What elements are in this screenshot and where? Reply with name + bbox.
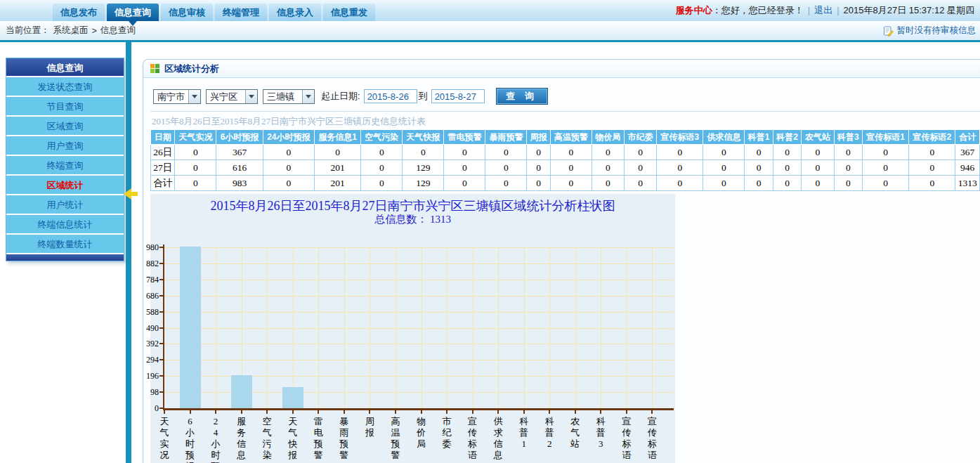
table-cell: 0 <box>527 176 550 191</box>
table-cell: 26日 <box>151 145 175 160</box>
y-axis-label: 490 <box>133 323 159 334</box>
gridline <box>216 247 216 408</box>
table-cell: 0 <box>773 176 801 191</box>
x-axis-tick <box>446 410 447 414</box>
table-header-cell: 供求信息 <box>703 130 745 145</box>
x-axis-tick <box>318 410 319 414</box>
table-cell: 0 <box>657 160 703 176</box>
x-axis-label: 周 报 <box>363 416 376 438</box>
table-header-cell: 周报 <box>527 130 550 145</box>
gridline <box>627 247 627 408</box>
city-select[interactable]: 南宁市 <box>153 89 201 104</box>
table-cell: 616 <box>216 160 263 176</box>
table-cell: 0 <box>175 145 216 160</box>
sidebar-item[interactable]: 区域统计 <box>6 176 124 195</box>
table-cell: 0 <box>550 160 592 176</box>
nav-tab[interactable]: 信息审核 <box>161 4 213 21</box>
x-axis-tick <box>164 410 165 414</box>
table-cell: 367 <box>216 145 263 160</box>
x-axis-tick <box>600 410 601 414</box>
table-cell: 367 <box>955 145 980 160</box>
table-header-cell: 宣传标语3 <box>657 130 703 145</box>
x-axis-tick <box>215 410 216 414</box>
table-cell: 0 <box>909 145 955 160</box>
table-header-cell: 暴雨预警 <box>485 130 527 145</box>
sidebar-collapse-arrow-icon[interactable] <box>124 188 139 200</box>
x-axis-label: 科 普 2 <box>543 416 556 450</box>
chart-bar <box>231 375 252 408</box>
breadcrumb-separator: > <box>92 26 97 36</box>
x-axis-label: 宣 传 标 语 2 <box>646 416 658 463</box>
town-select[interactable]: 三塘镇 <box>263 89 315 104</box>
breadcrumb-label: 当前位置： <box>6 25 50 37</box>
gridline <box>422 247 422 408</box>
y-axis-label: 392 <box>133 339 159 349</box>
nav-tab[interactable]: 信息录入 <box>269 4 321 21</box>
divider-line <box>0 40 980 42</box>
page-title: 区域统计分析 <box>164 63 219 75</box>
nav-tab[interactable]: 信息查询 <box>107 4 159 21</box>
sidebar-item[interactable]: 终端信息统计 <box>6 215 124 235</box>
chevron-down-icon <box>245 90 257 103</box>
x-axis-label: 高 温 预 警 <box>389 416 402 461</box>
sidebar-item[interactable]: 发送状态查询 <box>6 77 124 97</box>
table-cell: 0 <box>802 160 834 176</box>
nav-tab[interactable]: 信息重发 <box>323 4 375 21</box>
gridline <box>524 247 525 408</box>
district-select[interactable]: 兴宁区 <box>206 89 258 104</box>
divider-line <box>150 111 980 112</box>
logout-link[interactable]: 退出 <box>814 5 832 15</box>
x-axis-tick <box>549 410 550 414</box>
table-cell: 0 <box>834 176 862 191</box>
statistics-table: 日期天气实况6小时预报24小时预报服务信息1空气污染天气快报雷电预警暴雨预警周报… <box>150 129 980 191</box>
table-cell: 0 <box>444 145 485 160</box>
sidebar-item[interactable]: 终端数量统计 <box>6 235 124 254</box>
table-cell: 946 <box>955 160 980 176</box>
table-header-cell: 科普3 <box>834 130 862 145</box>
gridline <box>473 247 473 408</box>
x-axis-tick <box>369 410 370 414</box>
gridline <box>549 247 550 408</box>
table-cell: 0 <box>527 160 550 176</box>
table-cell: 201 <box>315 160 361 176</box>
x-axis-tick <box>497 410 499 414</box>
table-header-cell: 24小时预报 <box>263 130 314 145</box>
table-header-cell: 空气污染 <box>361 130 403 145</box>
table-cell: 0 <box>485 160 527 176</box>
gridline <box>344 247 345 408</box>
table-header-cell: 科普2 <box>773 130 801 145</box>
x-axis-tick <box>575 410 576 414</box>
table-cell: 0 <box>745 176 773 191</box>
table-cell: 0 <box>592 145 624 160</box>
x-axis-tick <box>421 410 422 414</box>
sidebar-item[interactable]: 用户统计 <box>6 195 124 215</box>
chevron-down-icon <box>188 90 200 103</box>
query-button[interactable]: 查 询 <box>496 88 548 105</box>
x-axis-tick <box>523 410 525 414</box>
table-cell: 0 <box>485 176 527 191</box>
sidebar-item[interactable]: 终端查询 <box>6 156 124 176</box>
table-header-cell: 物价局 <box>592 130 624 145</box>
sidebar-item[interactable]: 用户查询 <box>6 136 124 156</box>
filter-row: 南宁市 兴宁区 三塘镇 起止日期: 到 查 询 <box>153 88 980 105</box>
sidebar-item[interactable]: 节目查询 <box>6 97 124 117</box>
table-cell: 0 <box>802 145 834 160</box>
nav-tab[interactable]: 终端管理 <box>215 4 267 21</box>
table-cell: 129 <box>403 176 444 191</box>
table-cell: 0 <box>263 145 314 160</box>
table-cell: 0 <box>263 160 314 176</box>
gridline <box>601 247 601 408</box>
date-to-input[interactable] <box>431 89 485 103</box>
x-axis <box>163 408 674 410</box>
sidebar-item[interactable]: 区域查询 <box>6 117 124 136</box>
table-cell: 0 <box>863 176 909 191</box>
table-header-cell: 天气快报 <box>403 130 444 145</box>
breadcrumb-home[interactable]: 系统桌面 <box>53 25 89 37</box>
city-select-value: 南宁市 <box>154 90 188 103</box>
pending-review-notice[interactable]: 暂时没有待审核信息 <box>882 25 976 37</box>
date-from-input[interactable] <box>364 89 417 103</box>
sidebar-splitter[interactable] <box>126 41 131 463</box>
x-axis-label: 科 普 1 <box>518 416 530 450</box>
nav-tab[interactable]: 信息发布 <box>53 4 105 21</box>
table-header-cell: 天气实况 <box>175 130 216 145</box>
